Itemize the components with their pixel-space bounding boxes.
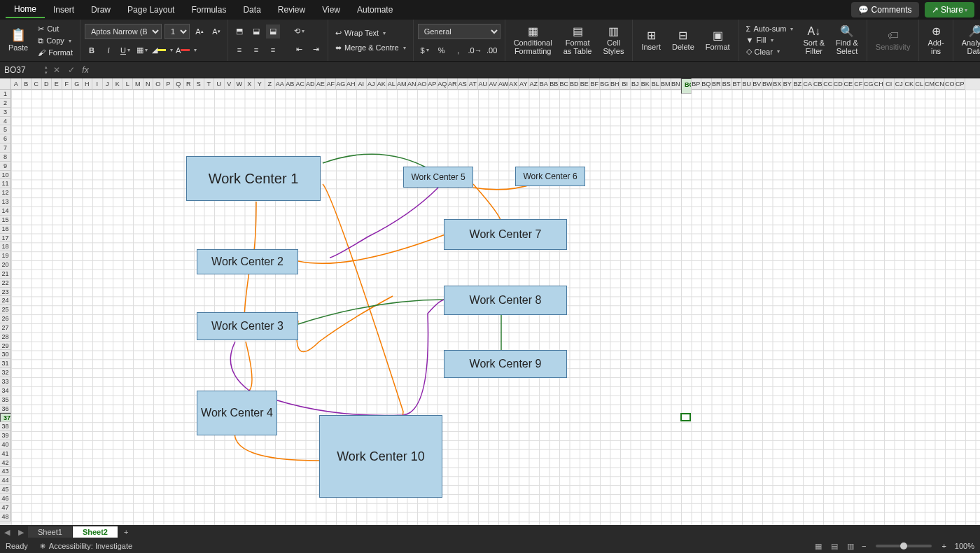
zoom-in-button[interactable]: + <box>937 542 950 550</box>
fill-button[interactable]: ▼Fill▾ <box>743 35 797 45</box>
wrap-icon: ↩ <box>335 29 342 38</box>
sheet-nav-prev[interactable]: ◀ <box>0 528 14 537</box>
tab-home[interactable]: Home <box>6 1 45 18</box>
font-color-button[interactable]: A <box>176 43 190 57</box>
view-page-break-button[interactable]: ▥ <box>844 542 858 550</box>
align-left-button[interactable]: ≡ <box>232 43 246 57</box>
align-bottom-button[interactable]: ⬓ <box>266 24 280 38</box>
paste-label: Paste <box>8 43 28 52</box>
format-label: Format <box>48 48 73 57</box>
increase-decimal-button[interactable]: .0→ <box>468 43 482 57</box>
shape-work-center-1[interactable]: Work Center 1 <box>186 156 321 201</box>
shape-work-center-6[interactable]: Work Center 6 <box>515 167 585 186</box>
view-normal-button[interactable]: ▦ <box>811 542 825 550</box>
view-page-layout-button[interactable]: ▤ <box>827 542 841 550</box>
clear-button[interactable]: ◇Clear▾ <box>743 46 797 57</box>
shape-work-center-7[interactable]: Work Center 7 <box>444 219 567 250</box>
add-sheet-button[interactable]: + <box>118 528 134 536</box>
conditional-formatting-button[interactable]: ▦Conditional Formatting <box>510 24 556 57</box>
bold-button[interactable]: B <box>85 43 99 57</box>
addins-button[interactable]: ⊕Add-ins <box>923 24 948 57</box>
sort-filter-button[interactable]: A↓Sort & Filter <box>799 24 829 57</box>
comments-button[interactable]: 💬 Comments <box>851 2 918 18</box>
cell-styles-button[interactable]: ▥Cell Styles <box>598 24 628 57</box>
wrap-text-button[interactable]: ↩Wrap Text▾ <box>332 28 409 38</box>
group-editing: ΣAuto-sum▾ ▼Fill▾ ◇Clear▾ A↓Sort & Filte… <box>739 20 867 61</box>
percent-button[interactable]: % <box>435 43 449 57</box>
status-accessibility[interactable]: Accessibility: Investigate <box>49 542 132 550</box>
underline-button[interactable]: U▾ <box>118 43 132 57</box>
enter-formula-button[interactable]: ✓ <box>65 65 78 75</box>
cut-button[interactable]: ✂Cut <box>35 24 76 34</box>
fill-color-button[interactable]: ◢ <box>152 43 166 57</box>
copy-button[interactable]: ⧉Copy▾ <box>35 36 76 46</box>
addins-icon: ⊕ <box>932 25 941 38</box>
cells-area[interactable]: Work Center 1 Work Center 2 Work Center … <box>11 90 980 525</box>
worksheet-grid[interactable]: ABCDEFGHIJKLMNOPQRSTUVWXYZAAABACADAEAFAG… <box>0 78 980 525</box>
find-select-button[interactable]: 🔍Find & Select <box>832 24 862 57</box>
decrease-indent-button[interactable]: ⇤ <box>293 43 307 57</box>
delete-button[interactable]: ⊟Delete <box>668 28 699 53</box>
shape-work-center-8[interactable]: Work Center 8 <box>444 286 567 315</box>
font-size-select[interactable]: 12 <box>164 24 190 39</box>
align-right-button[interactable]: ≡ <box>266 43 280 57</box>
number-format-select[interactable]: General <box>418 24 500 39</box>
merge-center-button[interactable]: ⬌Merge & Centre▾ <box>332 43 409 53</box>
tab-formulas[interactable]: Formulas <box>183 2 234 18</box>
align-middle-button[interactable]: ⬓ <box>249 24 263 38</box>
align-center-button[interactable]: ≡ <box>249 43 263 57</box>
zoom-slider[interactable] <box>876 545 932 547</box>
cell-format-button[interactable]: ▣Format <box>701 28 734 53</box>
sheet-nav-next[interactable]: ▶ <box>14 528 28 537</box>
zoom-level[interactable]: 100% <box>955 542 974 550</box>
increase-indent-button[interactable]: ⇥ <box>309 43 323 57</box>
format-painter-button[interactable]: 🖌Format <box>35 48 76 57</box>
tab-automate[interactable]: Automate <box>349 2 401 18</box>
selected-cell <box>680 413 691 422</box>
tab-page-layout[interactable]: Page Layout <box>119 2 183 18</box>
italic-button[interactable]: I <box>102 43 115 57</box>
fill-icon: ▼ <box>746 36 754 44</box>
autosum-button[interactable]: ΣAuto-sum▾ <box>743 24 797 34</box>
shape-work-center-3[interactable]: Work Center 3 <box>197 312 298 340</box>
border-button[interactable]: ▦▾ <box>135 43 149 57</box>
format-as-table-button[interactable]: ▤Format as Table <box>559 24 596 57</box>
currency-button[interactable]: $▾ <box>418 43 432 57</box>
zoom-out-button[interactable]: − <box>858 542 870 550</box>
row-headers[interactable]: 1234567891011121314151617181920212223242… <box>0 90 11 525</box>
shape-work-center-2[interactable]: Work Center 2 <box>197 249 298 274</box>
shape-work-center-10[interactable]: Work Center 10 <box>319 415 442 498</box>
shape-work-center-9[interactable]: Work Center 9 <box>444 350 567 378</box>
name-box[interactable] <box>0 62 42 78</box>
increase-font-button[interactable]: A▴ <box>192 24 206 38</box>
select-all-corner[interactable] <box>0 78 11 90</box>
align-top-button[interactable]: ⬒ <box>232 24 246 38</box>
shape-work-center-4[interactable]: Work Center 4 <box>197 391 277 435</box>
formula-input[interactable] <box>93 62 980 78</box>
shape-work-center-5[interactable]: Work Center 5 <box>403 167 473 188</box>
analyse-data-button[interactable]: 🔎Analyse Data <box>958 24 980 57</box>
comma-button[interactable]: , <box>451 43 465 57</box>
tab-view[interactable]: View <box>314 2 349 18</box>
group-font: Aptos Narrow (Bod... 12 A▴ A▾ B I U▾ ▦▾ … <box>80 20 228 61</box>
sheet-tab-sheet2[interactable]: Sheet2 <box>73 526 118 538</box>
sensitivity-button[interactable]: 🏷Sensitivity <box>872 28 915 53</box>
font-name-select[interactable]: Aptos Narrow (Bod... <box>85 24 162 39</box>
sort-icon: A↓ <box>807 25 820 38</box>
cancel-formula-button[interactable]: ✕ <box>50 65 63 75</box>
tab-draw[interactable]: Draw <box>83 2 119 18</box>
decrease-decimal-button[interactable]: .00 <box>485 43 499 57</box>
copy-label: Copy <box>46 36 64 45</box>
orientation-button[interactable]: ⟲▾ <box>293 24 307 38</box>
paste-button[interactable]: 📋 Paste <box>4 27 32 54</box>
decrease-font-button[interactable]: A▾ <box>209 24 223 38</box>
insert-button[interactable]: ⊞Insert <box>637 28 665 53</box>
column-headers[interactable]: ABCDEFGHIJKLMNOPQRSTUVWXYZAAABACADAEAFAG… <box>11 78 980 90</box>
namebox-stepper[interactable]: ▴▾ <box>42 64 50 76</box>
tab-review[interactable]: Review <box>270 2 314 18</box>
fx-icon[interactable]: fx <box>78 65 92 75</box>
share-button[interactable]: ↗ Share▾ <box>925 2 974 18</box>
tab-data[interactable]: Data <box>234 2 269 18</box>
sheet-tab-sheet1[interactable]: Sheet1 <box>28 526 73 538</box>
tab-insert[interactable]: Insert <box>45 2 83 18</box>
